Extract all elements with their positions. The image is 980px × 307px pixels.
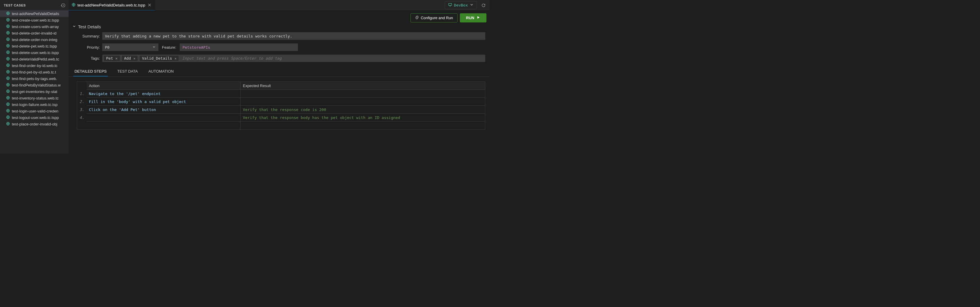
- tag-text: Pet: [106, 56, 113, 60]
- summary-input[interactable]: [102, 32, 485, 40]
- action-cell[interactable]: [87, 122, 240, 130]
- sidebar-item-label: test-find-pets-by-tags.web.: [12, 76, 57, 81]
- sidebar-item-label: test-find-pet-by-id.web.tc.t: [12, 70, 56, 74]
- action-cell[interactable]: Click on the 'Add Pet' button: [87, 106, 240, 114]
- environment-select[interactable]: DevBox: [445, 1, 477, 9]
- tag-chip: Pet✕: [103, 55, 120, 62]
- step-number: [77, 122, 87, 130]
- globe-icon: [6, 96, 10, 101]
- globe-icon: [6, 76, 10, 81]
- globe-icon: [6, 115, 10, 120]
- expected-cell[interactable]: [240, 90, 485, 98]
- summary-label: Summary:: [73, 34, 100, 38]
- feature-input[interactable]: [180, 43, 298, 51]
- sidebar-item[interactable]: test-place-order-invalid-obj: [0, 121, 68, 127]
- sidebar-item-label: test-addNewPetValidDetails: [12, 11, 59, 16]
- sidebar-item-label: test-delete-order-non-integ: [12, 38, 57, 42]
- tag-remove-icon[interactable]: ✕: [174, 56, 177, 60]
- sidebar-item[interactable]: test-delete-order-non-integ: [0, 36, 68, 43]
- expected-cell[interactable]: [240, 98, 485, 106]
- sidebar-item[interactable]: test-findPetsByValidStatus.w: [0, 82, 68, 88]
- priority-select[interactable]: P0: [102, 43, 158, 51]
- tags-input[interactable]: Pet✕Add✕Valid_Details✕: [102, 55, 485, 62]
- close-icon[interactable]: [147, 3, 152, 7]
- sidebar-item[interactable]: test-get-inventories-by-stat: [0, 88, 68, 95]
- sidebar-item[interactable]: test-delete-user.web.tc.tspp: [0, 49, 68, 56]
- sidebar-item[interactable]: test-login-failure.web.tc.tsp: [0, 101, 68, 108]
- step-number: 1.: [77, 90, 87, 98]
- run-button[interactable]: RUN: [460, 13, 487, 22]
- tag-text: Add: [124, 56, 131, 60]
- gear-play-icon: [415, 15, 419, 21]
- sidebar-item-label: test-delete-order-invalid-id: [12, 31, 56, 35]
- globe-icon: [6, 31, 10, 36]
- history-icon[interactable]: [61, 3, 65, 8]
- sidebar-item[interactable]: test-deleteValidPetId.web.tc: [0, 56, 68, 62]
- sidebar: TEST CASES test-addNewPetValidDetailstes…: [0, 0, 68, 154]
- sidebar-item-label: test-place-order-invalid-obj: [12, 122, 57, 127]
- refresh-button[interactable]: [479, 1, 488, 9]
- inner-tab[interactable]: AUTOMATION: [147, 67, 175, 76]
- test-details-form: Summary: Priority: P0 Feature: Tags: Pet…: [68, 32, 490, 67]
- expected-cell[interactable]: Verify that the response body has the pe…: [240, 114, 485, 122]
- expected-cell[interactable]: Verify that the response code is 200: [240, 106, 485, 114]
- action-cell[interactable]: Fill in the 'body' with a valid pet obje…: [87, 98, 240, 106]
- play-icon: [476, 15, 480, 21]
- inner-tab[interactable]: TEST DATA: [116, 67, 139, 76]
- sidebar-item[interactable]: test-create-user.web.tc.tspp: [0, 17, 68, 23]
- sidebar-item[interactable]: test-find-pet-by-id.web.tc.t: [0, 69, 68, 75]
- sidebar-item-label: test-delete-pet.web.tc.tspp: [12, 44, 57, 48]
- section-header[interactable]: Test Details: [68, 22, 490, 32]
- globe-icon: [6, 24, 10, 29]
- sidebar-item-label: test-logout-user.web.tc.tspp: [12, 116, 59, 120]
- inner-tabs: DETAILED STEPSTEST DATAAUTOMATION: [68, 67, 490, 77]
- sidebar-item-label: test-create-users-with-array: [12, 24, 59, 29]
- globe-icon: [6, 44, 10, 49]
- configure-run-label: Configure and Run: [421, 16, 453, 20]
- sidebar-item[interactable]: test-addNewPetValidDetails: [0, 10, 68, 17]
- tag-remove-icon[interactable]: ✕: [133, 56, 135, 60]
- environment-label: DevBox: [454, 3, 468, 7]
- tag-remove-icon[interactable]: ✕: [115, 56, 117, 60]
- action-cell[interactable]: [87, 114, 240, 122]
- globe-icon: [6, 37, 10, 42]
- globe-icon: [6, 63, 10, 68]
- steps-table: Action Expected Result 1.Navigate to the…: [77, 81, 485, 130]
- sidebar-item[interactable]: test-login-user-valid-creden: [0, 108, 68, 114]
- sidebar-item[interactable]: test-delete-order-invalid-id: [0, 30, 68, 36]
- editor-tab[interactable]: test-addNewPetValidDetails.web.tc.tspp: [68, 0, 155, 10]
- table-row: 4.Verify that the response body has the …: [77, 114, 485, 122]
- globe-icon: [6, 89, 10, 94]
- globe-icon: [6, 57, 10, 62]
- globe-icon: [6, 109, 10, 114]
- tab-label: test-addNewPetValidDetails.web.tc.tspp: [78, 3, 145, 7]
- sidebar-item-label: test-create-user.web.tc.tspp: [12, 18, 59, 22]
- table-row: [77, 122, 485, 130]
- sidebar-item-label: test-login-failure.web.tc.tsp: [12, 103, 57, 107]
- sidebar-item[interactable]: test-delete-pet.web.tc.tspp: [0, 43, 68, 49]
- configure-run-button[interactable]: Configure and Run: [410, 13, 458, 22]
- sidebar-item-label: test-findPetsByValidStatus.w: [12, 83, 60, 87]
- globe-icon: [6, 122, 10, 127]
- globe-icon: [6, 102, 10, 107]
- expected-header: Expected Result: [240, 82, 485, 90]
- globe-icon: [6, 11, 10, 16]
- run-label: RUN: [466, 16, 474, 20]
- table-row: 3.Click on the 'Add Pet' buttonVerify th…: [77, 106, 485, 114]
- monitor-icon: [448, 3, 452, 8]
- tags-label: Tags:: [73, 56, 100, 60]
- sidebar-item[interactable]: test-logout-user.web.tc.tspp: [0, 114, 68, 121]
- sidebar-item[interactable]: test-find-pets-by-tags.web.: [0, 75, 68, 82]
- sidebar-header: TEST CASES: [0, 0, 68, 10]
- sidebar-item[interactable]: test-inventory-status.web.tc: [0, 95, 68, 101]
- priority-value: P0: [105, 45, 110, 50]
- chevron-down-icon: [469, 3, 474, 8]
- sidebar-item[interactable]: test-create-users-with-array: [0, 23, 68, 30]
- expected-cell[interactable]: [240, 122, 485, 130]
- chevron-down-icon: [152, 45, 156, 50]
- action-cell[interactable]: Navigate to the '/pet' endpoint: [87, 90, 240, 98]
- tag-text-input[interactable]: [180, 55, 484, 61]
- inner-tab[interactable]: DETAILED STEPS: [73, 67, 108, 76]
- globe-icon: [6, 18, 10, 23]
- sidebar-item[interactable]: test-find-order-by-id.web.tc: [0, 62, 68, 69]
